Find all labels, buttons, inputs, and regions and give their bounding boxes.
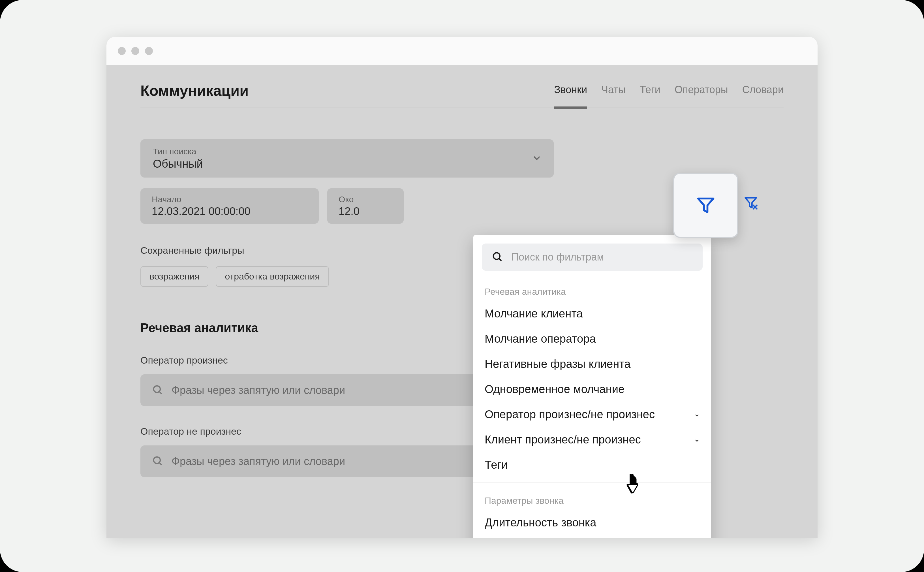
tab-operators[interactable]: Операторы <box>675 84 728 99</box>
canvas: Коммуникации Звонки Чаты Теги Операторы … <box>0 0 924 572</box>
end-date-input[interactable]: Око 12.0 <box>327 188 404 224</box>
filter-item-operator-said[interactable]: Оператор произнес/не произнес <box>473 402 711 427</box>
search-type-select[interactable]: Тип поиска Обычный <box>140 139 554 177</box>
search-type-value: Обычный <box>153 157 541 170</box>
search-icon <box>152 384 163 396</box>
filter-item-call-duration[interactable]: Длительность звонка <box>473 510 711 535</box>
filter-search[interactable] <box>482 244 703 271</box>
svg-point-8 <box>494 253 500 260</box>
filter-popover: Речевая аналитика Молчание клиента Молча… <box>473 235 711 538</box>
tabs: Звонки Чаты Теги Операторы Словари <box>554 84 784 99</box>
search-type-label: Тип поиска <box>153 147 541 156</box>
svg-point-2 <box>154 457 160 463</box>
clear-filter-button[interactable] <box>743 195 758 211</box>
header-row: Коммуникации Звонки Чаты Теги Операторы … <box>140 82 784 108</box>
filter-search-input[interactable] <box>511 251 693 263</box>
svg-line-3 <box>160 463 162 465</box>
start-date-label: Начало <box>152 194 307 204</box>
filter-item-mutual-silence[interactable]: Одновременное молчание <box>473 377 711 402</box>
traffic-light-close[interactable] <box>118 47 126 55</box>
filter-group-call-params: Параметры звонка <box>473 488 711 510</box>
search-icon <box>152 455 163 468</box>
svg-point-0 <box>154 386 160 392</box>
operator-not-said-placeholder: Фразы через запятую или словари <box>172 455 345 468</box>
svg-line-1 <box>160 392 162 394</box>
end-date-label: Око <box>339 194 392 204</box>
filter-group-speech: Речевая аналитика <box>473 279 711 301</box>
traffic-light-minimize[interactable] <box>131 47 139 55</box>
chevron-down-icon <box>694 433 700 446</box>
operator-said-placeholder: Фразы через запятую или словари <box>172 384 345 396</box>
tab-tags[interactable]: Теги <box>640 84 660 99</box>
chevron-down-icon <box>694 408 700 421</box>
filter-item-client-said[interactable]: Клиент произнес/не произнес <box>473 427 711 452</box>
filter-button[interactable] <box>673 173 738 238</box>
search-icon <box>491 251 503 263</box>
filter-item-client-negative[interactable]: Негативные фразы клиента <box>473 351 711 377</box>
app-window: Коммуникации Звонки Чаты Теги Операторы … <box>106 37 818 538</box>
filter-item-tags[interactable]: Теги <box>473 452 711 477</box>
filter-item-operator-silence[interactable]: Молчание оператора <box>473 326 711 351</box>
saved-filter-chip[interactable]: возражения <box>140 266 208 287</box>
start-date-value: 12.03.2021 00:00:00 <box>152 205 307 218</box>
page-title: Коммуникации <box>140 82 248 99</box>
tab-dictionaries[interactable]: Словари <box>742 84 784 99</box>
svg-marker-4 <box>698 199 713 212</box>
start-date-input[interactable]: Начало 12.03.2021 00:00:00 <box>140 188 319 224</box>
filter-list: Речевая аналитика Молчание клиента Молча… <box>473 279 711 535</box>
svg-line-9 <box>499 259 502 261</box>
window-titlebar <box>106 37 818 65</box>
end-date-value: 12.0 <box>339 205 392 218</box>
tab-chats[interactable]: Чаты <box>601 84 626 99</box>
tab-calls[interactable]: Звонки <box>554 84 587 99</box>
divider <box>473 482 711 483</box>
traffic-light-zoom[interactable] <box>145 47 153 55</box>
saved-filter-chip[interactable]: отработка возражения <box>216 266 329 287</box>
chevron-down-icon <box>531 152 542 165</box>
filter-item-client-silence[interactable]: Молчание клиента <box>473 301 711 326</box>
